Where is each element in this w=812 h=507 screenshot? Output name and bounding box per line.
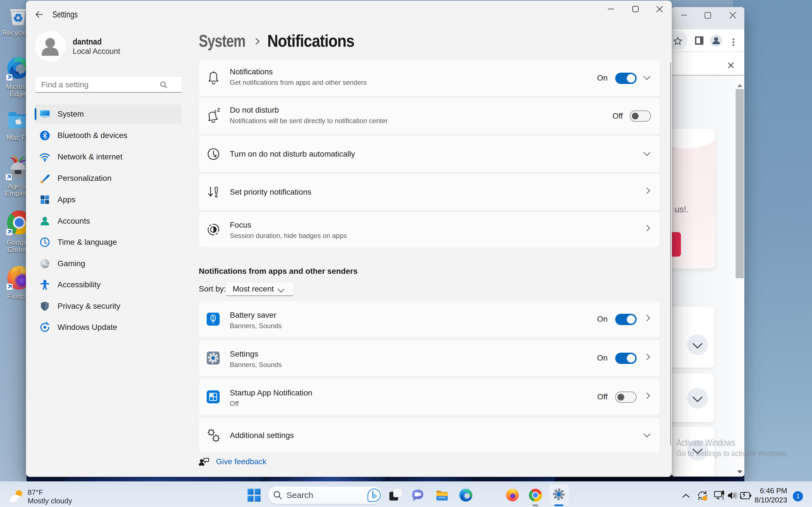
svg-text:z: z	[214, 109, 216, 113]
svg-text:Z: Z	[217, 108, 220, 113]
svg-text:♻: ♻	[13, 12, 23, 24]
